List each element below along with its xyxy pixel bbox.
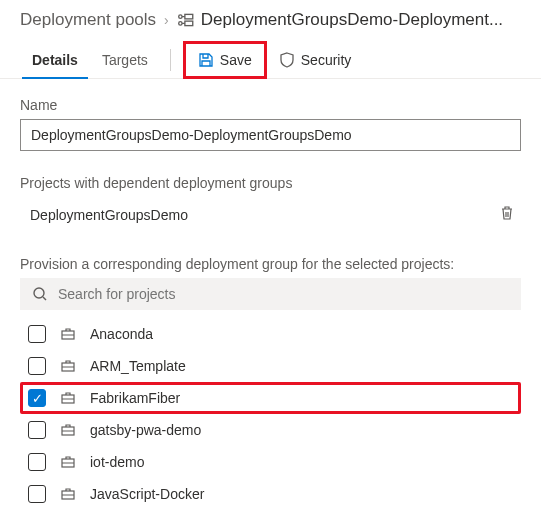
svg-rect-2 — [185, 14, 193, 19]
checkbox[interactable] — [28, 325, 46, 343]
checkbox[interactable] — [28, 421, 46, 439]
checkbox[interactable] — [28, 485, 46, 503]
chevron-right-icon: › — [164, 12, 169, 28]
checkbox[interactable] — [28, 389, 46, 407]
list-item[interactable]: ARM_Template — [20, 350, 521, 382]
svg-point-1 — [178, 22, 181, 25]
project-name: ARM_Template — [90, 358, 186, 374]
project-name: Anaconda — [90, 326, 153, 342]
breadcrumb: Deployment pools › DeploymentGroupsDemo-… — [0, 0, 541, 38]
security-label: Security — [301, 52, 352, 68]
dependent-item-name: DeploymentGroupsDemo — [30, 207, 188, 223]
save-label: Save — [220, 52, 252, 68]
name-input[interactable] — [20, 119, 521, 151]
svg-point-0 — [178, 15, 181, 18]
provision-label: Provision a corresponding deployment gro… — [20, 256, 521, 272]
svg-point-4 — [34, 288, 44, 298]
divider — [170, 49, 171, 71]
search-icon — [32, 286, 48, 302]
briefcase-icon — [60, 358, 76, 374]
project-list: Anaconda ARM_Template FabrikamFiber gats… — [0, 314, 541, 520]
tab-targets[interactable]: Targets — [90, 42, 160, 78]
save-button[interactable]: Save — [188, 46, 262, 74]
briefcase-icon — [60, 486, 76, 502]
search-input[interactable] — [58, 286, 509, 302]
checkbox[interactable] — [28, 453, 46, 471]
list-item[interactable]: iot-demo — [20, 446, 521, 478]
briefcase-icon — [60, 454, 76, 470]
dependent-section: Projects with dependent deployment group… — [0, 157, 541, 238]
briefcase-icon — [60, 422, 76, 438]
project-name: FabrikamFiber — [90, 390, 180, 406]
tab-details[interactable]: Details — [20, 42, 90, 78]
search-wrap — [20, 278, 521, 310]
security-button[interactable]: Security — [269, 46, 362, 74]
list-item[interactable]: Anaconda — [20, 318, 521, 350]
save-icon — [198, 52, 214, 68]
project-name: JavaScript-Docker — [90, 486, 204, 502]
project-name: gatsby-pwa-demo — [90, 422, 201, 438]
list-item[interactable]: JavaScript-Docker — [20, 478, 521, 510]
delete-button[interactable] — [499, 205, 515, 224]
dependent-label: Projects with dependent deployment group… — [20, 175, 521, 191]
name-section: Name — [0, 79, 541, 157]
breadcrumb-current-label: DeploymentGroupsDemo-Deployment... — [201, 10, 503, 30]
list-item[interactable]: FabrikamFiber — [20, 382, 521, 414]
toolbar: Details Targets Save Security — [0, 38, 541, 79]
project-name: iot-demo — [90, 454, 144, 470]
list-item[interactable]: gatsby-pwa-demo — [20, 414, 521, 446]
dependent-item: DeploymentGroupsDemo — [20, 197, 521, 232]
name-label: Name — [20, 97, 521, 113]
checkbox[interactable] — [28, 357, 46, 375]
svg-rect-3 — [185, 21, 193, 26]
provision-section: Provision a corresponding deployment gro… — [0, 238, 541, 314]
shield-icon — [279, 52, 295, 68]
trash-icon — [499, 205, 515, 221]
pool-icon — [177, 11, 195, 29]
breadcrumb-root[interactable]: Deployment pools — [20, 10, 156, 30]
breadcrumb-current: DeploymentGroupsDemo-Deployment... — [177, 10, 503, 30]
highlight-save: Save — [183, 41, 267, 79]
briefcase-icon — [60, 326, 76, 342]
briefcase-icon — [60, 390, 76, 406]
